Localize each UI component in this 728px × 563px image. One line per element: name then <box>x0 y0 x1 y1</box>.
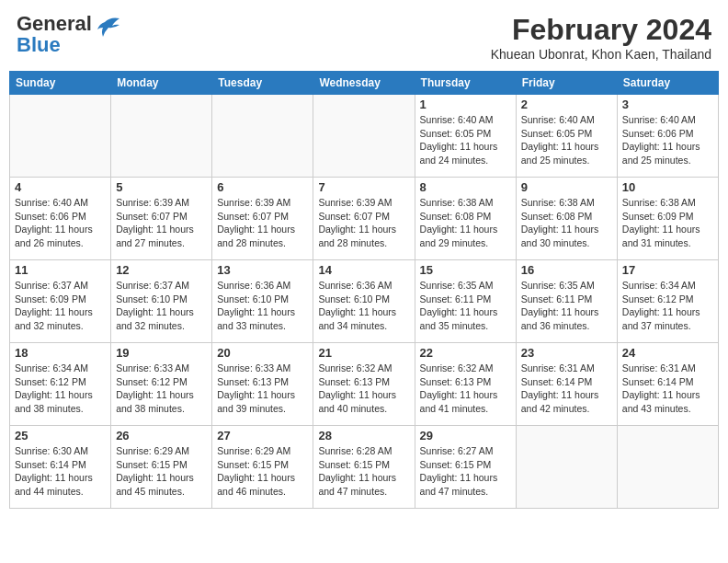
calendar-cell: 15Sunrise: 6:35 AM Sunset: 6:11 PM Dayli… <box>415 260 516 343</box>
calendar-cell: 17Sunrise: 6:34 AM Sunset: 6:12 PM Dayli… <box>617 260 718 343</box>
day-number: 15 <box>420 263 511 277</box>
day-info: Sunrise: 6:31 AM Sunset: 6:14 PM Dayligh… <box>521 362 612 416</box>
calendar-week-row: 4Sunrise: 6:40 AM Sunset: 6:06 PM Daylig… <box>10 178 719 260</box>
calendar-cell: 26Sunrise: 6:29 AM Sunset: 6:15 PM Dayli… <box>111 426 212 509</box>
day-number: 7 <box>318 180 409 194</box>
day-info: Sunrise: 6:30 AM Sunset: 6:14 PM Dayligh… <box>15 444 106 499</box>
calendar-cell <box>313 95 415 178</box>
day-number: 10 <box>622 180 713 194</box>
calendar-cell: 20Sunrise: 6:33 AM Sunset: 6:13 PM Dayli… <box>212 343 313 426</box>
day-info: Sunrise: 6:33 AM Sunset: 6:12 PM Dayligh… <box>116 362 207 416</box>
day-info: Sunrise: 6:38 AM Sunset: 6:08 PM Dayligh… <box>521 196 612 250</box>
day-number: 26 <box>116 429 207 442</box>
day-info: Sunrise: 6:37 AM Sunset: 6:10 PM Dayligh… <box>116 279 207 333</box>
logo-bird-icon <box>96 15 121 44</box>
calendar-cell: 9Sunrise: 6:38 AM Sunset: 6:08 PM Daylig… <box>516 178 617 260</box>
day-number: 12 <box>116 263 207 277</box>
calendar-cell: 5Sunrise: 6:39 AM Sunset: 6:07 PM Daylig… <box>111 178 212 260</box>
weekday-header: Tuesday <box>212 72 313 95</box>
weekday-header: Sunday <box>10 72 111 95</box>
day-number: 25 <box>15 429 106 442</box>
day-info: Sunrise: 6:40 AM Sunset: 6:06 PM Dayligh… <box>15 196 106 250</box>
calendar-cell: 13Sunrise: 6:36 AM Sunset: 6:10 PM Dayli… <box>212 260 313 343</box>
day-number: 2 <box>521 98 612 111</box>
day-info: Sunrise: 6:34 AM Sunset: 6:12 PM Dayligh… <box>622 279 713 333</box>
day-info: Sunrise: 6:36 AM Sunset: 6:10 PM Dayligh… <box>217 279 308 333</box>
calendar-cell: 14Sunrise: 6:36 AM Sunset: 6:10 PM Dayli… <box>313 260 415 343</box>
day-info: Sunrise: 6:29 AM Sunset: 6:15 PM Dayligh… <box>217 444 308 499</box>
day-info: Sunrise: 6:37 AM Sunset: 6:09 PM Dayligh… <box>15 279 106 333</box>
calendar-cell: 19Sunrise: 6:33 AM Sunset: 6:12 PM Dayli… <box>111 343 212 426</box>
calendar-cell <box>10 95 111 178</box>
day-number: 17 <box>622 263 713 277</box>
day-number: 24 <box>622 346 713 360</box>
calendar-cell: 12Sunrise: 6:37 AM Sunset: 6:10 PM Dayli… <box>111 260 212 343</box>
logo: General Blue <box>17 13 121 55</box>
calendar-cell: 27Sunrise: 6:29 AM Sunset: 6:15 PM Dayli… <box>212 426 313 509</box>
calendar-week-row: 1Sunrise: 6:40 AM Sunset: 6:05 PM Daylig… <box>10 95 719 178</box>
weekday-header: Friday <box>516 72 617 95</box>
day-number: 19 <box>116 346 207 360</box>
day-number: 28 <box>318 429 409 442</box>
weekday-header: Thursday <box>415 72 516 95</box>
calendar-cell: 1Sunrise: 6:40 AM Sunset: 6:05 PM Daylig… <box>415 95 516 178</box>
day-info: Sunrise: 6:39 AM Sunset: 6:07 PM Dayligh… <box>217 196 308 250</box>
day-number: 9 <box>521 180 612 194</box>
day-info: Sunrise: 6:35 AM Sunset: 6:11 PM Dayligh… <box>521 279 612 333</box>
calendar-cell: 21Sunrise: 6:32 AM Sunset: 6:13 PM Dayli… <box>313 343 415 426</box>
weekday-header: Monday <box>111 72 212 95</box>
day-info: Sunrise: 6:35 AM Sunset: 6:11 PM Dayligh… <box>420 279 511 333</box>
logo-general: General <box>17 13 92 34</box>
calendar-cell: 16Sunrise: 6:35 AM Sunset: 6:11 PM Dayli… <box>516 260 617 343</box>
calendar-table: SundayMondayTuesdayWednesdayThursdayFrid… <box>9 71 719 509</box>
day-number: 27 <box>217 429 308 442</box>
day-number: 16 <box>521 263 612 277</box>
calendar-cell: 25Sunrise: 6:30 AM Sunset: 6:14 PM Dayli… <box>10 426 111 509</box>
day-number: 22 <box>420 346 511 360</box>
day-info: Sunrise: 6:39 AM Sunset: 6:07 PM Dayligh… <box>318 196 409 250</box>
calendar-cell: 7Sunrise: 6:39 AM Sunset: 6:07 PM Daylig… <box>313 178 415 260</box>
day-number: 29 <box>420 429 511 442</box>
day-number: 3 <box>622 98 713 111</box>
day-number: 5 <box>116 180 207 194</box>
day-number: 1 <box>420 98 511 111</box>
day-number: 4 <box>15 180 106 194</box>
day-number: 14 <box>318 263 409 277</box>
day-number: 6 <box>217 180 308 194</box>
calendar-cell <box>617 426 718 509</box>
day-number: 18 <box>15 346 106 360</box>
calendar-cell: 23Sunrise: 6:31 AM Sunset: 6:14 PM Dayli… <box>516 343 617 426</box>
weekday-header: Saturday <box>617 72 718 95</box>
day-info: Sunrise: 6:28 AM Sunset: 6:15 PM Dayligh… <box>318 444 409 499</box>
day-info: Sunrise: 6:36 AM Sunset: 6:10 PM Dayligh… <box>318 279 409 333</box>
calendar-cell: 3Sunrise: 6:40 AM Sunset: 6:06 PM Daylig… <box>617 95 718 178</box>
day-number: 8 <box>420 180 511 194</box>
location-subtitle: Khuean Ubonrat, Khon Kaen, Thailand <box>491 47 711 62</box>
day-info: Sunrise: 6:34 AM Sunset: 6:12 PM Dayligh… <box>15 362 106 416</box>
day-number: 20 <box>217 346 308 360</box>
day-info: Sunrise: 6:32 AM Sunset: 6:13 PM Dayligh… <box>420 362 511 416</box>
calendar-cell <box>111 95 212 178</box>
day-info: Sunrise: 6:29 AM Sunset: 6:15 PM Dayligh… <box>116 444 207 499</box>
calendar-week-row: 25Sunrise: 6:30 AM Sunset: 6:14 PM Dayli… <box>10 426 719 509</box>
calendar-cell: 22Sunrise: 6:32 AM Sunset: 6:13 PM Dayli… <box>415 343 516 426</box>
calendar-cell: 11Sunrise: 6:37 AM Sunset: 6:09 PM Dayli… <box>10 260 111 343</box>
calendar-cell: 29Sunrise: 6:27 AM Sunset: 6:15 PM Dayli… <box>415 426 516 509</box>
calendar-header-row: SundayMondayTuesdayWednesdayThursdayFrid… <box>10 72 719 95</box>
calendar-cell: 6Sunrise: 6:39 AM Sunset: 6:07 PM Daylig… <box>212 178 313 260</box>
calendar-cell <box>212 95 313 178</box>
day-info: Sunrise: 6:38 AM Sunset: 6:08 PM Dayligh… <box>420 196 511 250</box>
day-number: 13 <box>217 263 308 277</box>
weekday-header: Wednesday <box>313 72 415 95</box>
calendar-cell: 18Sunrise: 6:34 AM Sunset: 6:12 PM Dayli… <box>10 343 111 426</box>
calendar-week-row: 11Sunrise: 6:37 AM Sunset: 6:09 PM Dayli… <box>10 260 719 343</box>
day-info: Sunrise: 6:32 AM Sunset: 6:13 PM Dayligh… <box>318 362 409 416</box>
day-info: Sunrise: 6:31 AM Sunset: 6:14 PM Dayligh… <box>622 362 713 416</box>
day-info: Sunrise: 6:39 AM Sunset: 6:07 PM Dayligh… <box>116 196 207 250</box>
calendar-cell: 8Sunrise: 6:38 AM Sunset: 6:08 PM Daylig… <box>415 178 516 260</box>
day-info: Sunrise: 6:40 AM Sunset: 6:05 PM Dayligh… <box>420 113 511 167</box>
calendar-cell: 4Sunrise: 6:40 AM Sunset: 6:06 PM Daylig… <box>10 178 111 260</box>
day-info: Sunrise: 6:27 AM Sunset: 6:15 PM Dayligh… <box>420 444 511 499</box>
month-year-title: February 2024 <box>491 13 711 47</box>
day-number: 23 <box>521 346 612 360</box>
